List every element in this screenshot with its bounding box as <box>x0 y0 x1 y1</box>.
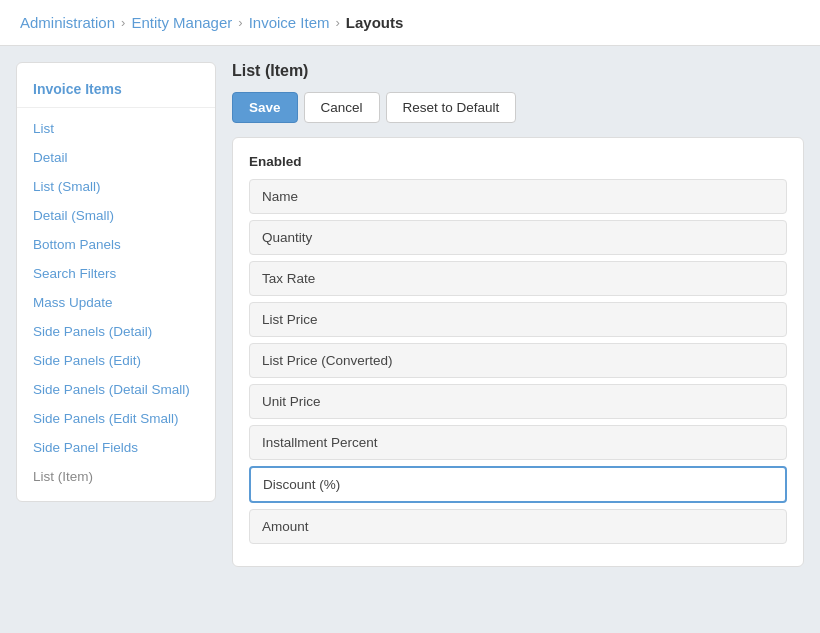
breadcrumb-entity[interactable]: Entity Manager <box>131 14 232 31</box>
breadcrumb-invoice[interactable]: Invoice Item <box>249 14 330 31</box>
field-row[interactable]: Unit Price <box>249 384 787 419</box>
content-panel: List (Item) Save Cancel Reset to Default… <box>232 62 804 567</box>
sidebar: Invoice Items ListDetailList (Small)Deta… <box>16 62 216 502</box>
breadcrumb: Administration › Entity Manager › Invoic… <box>0 0 820 46</box>
main-layout: Invoice Items ListDetailList (Small)Deta… <box>0 46 820 583</box>
field-row[interactable]: List Price (Converted) <box>249 343 787 378</box>
toolbar: Save Cancel Reset to Default <box>232 92 804 123</box>
breadcrumb-sep1: › <box>121 15 125 30</box>
sidebar-item-side-panels-detail[interactable]: Side Panels (Detail) <box>17 317 215 346</box>
breadcrumb-sep2: › <box>238 15 242 30</box>
sidebar-item-list[interactable]: List <box>17 114 215 143</box>
sidebar-item-side-panel-fields[interactable]: Side Panel Fields <box>17 433 215 462</box>
field-row[interactable]: Amount <box>249 509 787 544</box>
save-button[interactable]: Save <box>232 92 298 123</box>
field-row[interactable]: Tax Rate <box>249 261 787 296</box>
field-row[interactable]: List Price <box>249 302 787 337</box>
fields-card: Enabled NameQuantityTax RateList PriceLi… <box>232 137 804 567</box>
sidebar-item-list-small[interactable]: List (Small) <box>17 172 215 201</box>
sidebar-item-detail[interactable]: Detail <box>17 143 215 172</box>
sidebar-title: Invoice Items <box>17 73 215 108</box>
sidebar-item-mass-update[interactable]: Mass Update <box>17 288 215 317</box>
breadcrumb-admin[interactable]: Administration <box>20 14 115 31</box>
sidebar-item-side-panels-edit-small[interactable]: Side Panels (Edit Small) <box>17 404 215 433</box>
cancel-button[interactable]: Cancel <box>304 92 380 123</box>
sidebar-item-bottom-panels[interactable]: Bottom Panels <box>17 230 215 259</box>
sidebar-item-side-panels-detail-small[interactable]: Side Panels (Detail Small) <box>17 375 215 404</box>
sidebar-item-list-item[interactable]: List (Item) <box>17 462 215 491</box>
sidebar-item-side-panels-edit[interactable]: Side Panels (Edit) <box>17 346 215 375</box>
field-row[interactable]: Installment Percent <box>249 425 787 460</box>
sidebar-item-search-filters[interactable]: Search Filters <box>17 259 215 288</box>
breadcrumb-current: Layouts <box>346 14 404 31</box>
field-row[interactable]: Quantity <box>249 220 787 255</box>
breadcrumb-sep3: › <box>336 15 340 30</box>
field-row[interactable]: Name <box>249 179 787 214</box>
enabled-label: Enabled <box>249 154 787 169</box>
sidebar-item-detail-small[interactable]: Detail (Small) <box>17 201 215 230</box>
reset-button[interactable]: Reset to Default <box>386 92 517 123</box>
field-row[interactable]: Discount (%) <box>249 466 787 503</box>
sidebar-items: ListDetailList (Small)Detail (Small)Bott… <box>17 114 215 491</box>
panel-title: List (Item) <box>232 62 804 80</box>
fields-list: NameQuantityTax RateList PriceList Price… <box>249 179 787 544</box>
